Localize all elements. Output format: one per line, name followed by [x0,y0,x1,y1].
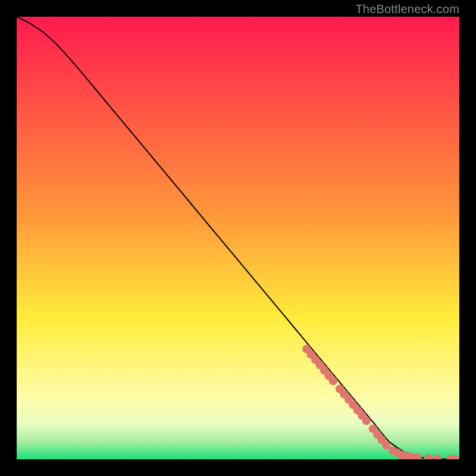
attribution-label: TheBottleneck.com [355,2,459,16]
gradient-background [17,17,459,459]
chart-frame: TheBottleneck.com [0,0,476,476]
data-marker [362,416,371,425]
chart-plot [17,17,459,459]
data-marker [382,441,390,449]
data-marker [329,377,337,385]
